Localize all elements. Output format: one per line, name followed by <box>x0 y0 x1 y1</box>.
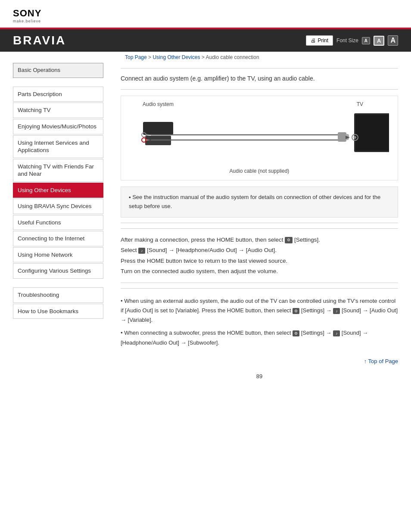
sidebar: Basic Operations Parts Description Watch… <box>0 63 108 401</box>
step-4: Turn on the connected audio system, then… <box>121 266 398 277</box>
step-1: After making a connection, press the HOM… <box>121 235 398 245</box>
svg-rect-12 <box>355 115 389 151</box>
sidebar-item-using-home-network[interactable]: Using Home Network <box>13 247 103 263</box>
connection-diagram <box>130 109 389 165</box>
sidebar-item-using-bravia-sync[interactable]: Using BRAVIA Sync Devices <box>13 199 103 214</box>
breadcrumb-current: Audio cable connection <box>206 54 259 60</box>
top-divider <box>121 68 398 68</box>
steps-section: After making a connection, press the HOM… <box>121 228 398 283</box>
bottom-note-2: When connecting a subwoofer, press the H… <box>121 327 398 349</box>
tv-diagram-label: TV <box>357 101 363 107</box>
note-1: See the instruction manual of the audio … <box>129 193 390 211</box>
sidebar-item-how-to-use-bookmarks[interactable]: How to Use Bookmarks <box>13 304 103 319</box>
sidebar-item-useful-functions[interactable]: Useful Functions <box>13 215 103 230</box>
bottom-note-1: When using an external audio system, the… <box>121 295 398 327</box>
sound-icon-2: ♪ <box>333 308 340 314</box>
breadcrumb-top-page[interactable]: Top Page <box>125 54 147 60</box>
sound-icon-3: ♪ <box>333 330 340 336</box>
print-button[interactable]: 🖨 Print <box>306 35 333 46</box>
settings-icon: ⚙ <box>285 237 293 243</box>
page-number: 89 <box>121 373 398 380</box>
sidebar-item-using-internet[interactable]: Using Internet Services and Applications <box>13 135 103 158</box>
sony-logo-text: SONY <box>13 8 41 19</box>
font-size-label: Font Size <box>336 37 358 44</box>
step-3: Press the HOME button twice to return to… <box>121 256 398 266</box>
sidebar-item-troubleshooting[interactable]: Troubleshooting <box>13 287 103 303</box>
top-of-page-anchor[interactable]: ↑ Top of Page <box>364 358 398 364</box>
sidebar-item-basic-operations[interactable]: Basic Operations <box>13 63 103 78</box>
breadcrumb-using-other-devices[interactable]: Using Other Devices <box>153 54 200 60</box>
section-divider-2 <box>121 223 398 223</box>
main-content: Connect an audio system (e.g. amplifier)… <box>108 63 411 401</box>
page-layout: Basic Operations Parts Description Watch… <box>0 63 411 401</box>
sidebar-item-configuring-settings[interactable]: Configuring Various Settings <box>13 263 103 279</box>
bravia-controls: 🖨 Print Font Size A A A <box>306 35 398 46</box>
settings-icon-2: ⚙ <box>293 308 299 314</box>
section-divider-3 <box>121 288 398 289</box>
sidebar-item-watching-tv[interactable]: Watching TV <box>13 103 103 118</box>
sidebar-item-parts-description[interactable]: Parts Description <box>13 87 103 102</box>
font-large-button[interactable]: A <box>388 35 398 46</box>
sidebar-item-watching-tv-friends[interactable]: Watching TV with Friends Far and Near <box>13 159 103 182</box>
printer-icon: 🖨 <box>311 37 316 44</box>
sidebar-item-connecting-internet[interactable]: Connecting to the Internet <box>13 231 103 246</box>
settings-icon-3: ⚙ <box>293 330 299 336</box>
sidebar-item-enjoying-movies[interactable]: Enjoying Movies/Music/Photos <box>13 119 103 134</box>
print-label: Print <box>318 37 328 44</box>
svg-rect-8 <box>338 132 346 142</box>
note-box-1: See the instruction manual of the audio … <box>121 187 398 218</box>
svg-point-14 <box>354 136 356 139</box>
font-medium-button[interactable]: A <box>374 36 384 46</box>
bravia-title: BRAVIA <box>13 34 66 47</box>
cable-label: Audio cable (not supplied) <box>130 168 389 174</box>
sidebar-item-using-other-devices[interactable]: Using Other Devices <box>13 183 103 198</box>
svg-rect-0 <box>143 122 173 135</box>
page-header: SONY make.believe <box>0 0 411 28</box>
step-2: Select ♪ [Sound] → [Headphone/Audio Out]… <box>121 245 398 255</box>
intro-text: Connect an audio system (e.g. amplifier)… <box>121 74 398 83</box>
diagram-section: Audio system TV <box>121 96 398 180</box>
sony-logo: SONY make.believe <box>13 8 41 23</box>
sony-tagline: make.believe <box>13 19 41 23</box>
breadcrumb: Top Page > Using Other Devices > Audio c… <box>0 52 411 63</box>
sound-icon: ♪ <box>138 248 145 254</box>
breadcrumb-sep1: > <box>148 54 153 60</box>
audio-system-label: Audio system <box>143 101 174 107</box>
top-of-page-link[interactable]: ↑ Top of Page <box>121 358 398 364</box>
bravia-bar: BRAVIA 🖨 Print Font Size A A A <box>0 28 411 52</box>
bottom-notes: When using an external audio system, the… <box>121 295 398 349</box>
section-divider-1 <box>121 89 398 90</box>
font-small-button[interactable]: A <box>362 37 370 44</box>
